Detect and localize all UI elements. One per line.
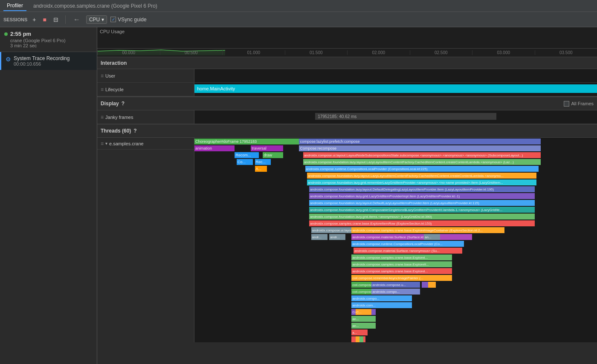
threads-header: Threads (60) ? — [97, 124, 597, 138]
interaction-label: Interaction — [101, 60, 127, 66]
threads-section: Threads (60) ? ≡ ▾ e.samples.crane — [97, 124, 597, 342]
an-right-block[interactable]: an... — [424, 234, 440, 240]
thread-hamburger-icon[interactable]: ≡ — [101, 141, 104, 147]
lifecycle-content: home.MainActivity — [194, 83, 597, 96]
compose-2-block[interactable]: androidx.compo... — [371, 289, 420, 295]
default-delegating-block[interactable]: androidx.compose.foundation.lazy.layout.… — [309, 186, 535, 192]
display-section: Display ? All Frames ≡ Janky frames — [97, 97, 597, 124]
choreographer-block[interactable]: Choreographer#doFrame 17952183 — [194, 139, 299, 144]
interaction-header: Interaction — [97, 57, 597, 69]
explorel-2-block[interactable]: androidx.compose.samples.crane.base.Expl… — [351, 268, 452, 274]
an-green-2-block[interactable]: an... — [351, 323, 376, 329]
surface-block[interactable]: androidx.compose.material.Surface (Surfa… — [351, 234, 472, 240]
orange-small-block[interactable] — [428, 282, 436, 288]
composition-local-block[interactable]: androidx.compose.runtime.CompositionLoca… — [305, 166, 539, 172]
vsync-label-text: VSync guide — [118, 17, 146, 23]
compose-u-block[interactable]: androidx.compose.u... — [371, 282, 420, 288]
surface-anonymous-block[interactable]: androidx.compose.material.Surface.<anony… — [354, 248, 462, 254]
janky-frames-content: 17952185: 40.62 ms — [194, 110, 597, 124]
lazy-grid-item-impl-block[interactable]: androidx.compose.foundation.lazy.grid.La… — [309, 193, 535, 199]
expand-arrow[interactable]: ▾ — [105, 141, 107, 146]
recording-duration: 00:00:10.656 — [14, 61, 70, 66]
explore-it-block[interactable]: androidx.compose.samples.crane.base.Expl… — [351, 261, 452, 267]
split-button[interactable]: ⊟ — [52, 15, 60, 24]
dropdown-arrow: ▾ — [101, 17, 104, 23]
items-anonymous-block[interactable]: androidx.compose.foundation.lazy.grid.it… — [309, 214, 535, 220]
threads-label: Threads (60) — [101, 128, 131, 134]
user-row: ≡ User — [97, 69, 597, 83]
tick-2: 01.000 — [222, 50, 285, 55]
co-block[interactable]: Co... — [237, 159, 253, 165]
recom-block[interactable]: Recom... — [235, 152, 259, 158]
vsync-toggle[interactable]: VSync guide — [110, 17, 146, 23]
sections-area[interactable]: Interaction ≡ User ≡ Lifecycle — [97, 57, 597, 364]
cpu-selector[interactable]: CPU ▾ — [86, 15, 107, 24]
back-button[interactable]: ← — [71, 15, 83, 24]
remember-lazy-grid-block[interactable]: androidx.compose.foundation.lazy.grid.re… — [307, 179, 536, 185]
small-bar-1[interactable] — [351, 336, 355, 342]
profiler-tab[interactable]: Profiler — [3, 1, 26, 11]
toolbar: SESSIONS + ■ ⊟ ← CPU ▾ VSync guide — [0, 12, 597, 27]
main-activity-bar: home.MainActivity — [194, 84, 597, 93]
stop-button[interactable]: ■ — [41, 15, 48, 24]
layout-node-block[interactable]: androidx.compose.ui.layout.LayoutNodeSub… — [303, 152, 541, 158]
composition-local2-block[interactable]: androidx.compose.runtime.CompositionLoca… — [351, 241, 464, 247]
cached-item-block[interactable]: androidx.compose.foundation.lazy.layout.… — [303, 159, 541, 165]
remember-async-image-block[interactable]: coil.compose.rememberAsyncImagePainter (… — [351, 275, 452, 281]
sessions-label: SESSIONS — [3, 17, 27, 22]
hamburger-icon-3[interactable]: ≡ — [101, 114, 104, 120]
lifecycle-label: ≡ Lifecycle — [97, 83, 194, 96]
session-time: 2:55 pm — [4, 31, 93, 37]
timeline-ruler: 00.000 00.500 01.000 01.500 02.000 02.50… — [97, 48, 597, 57]
user-content — [194, 69, 597, 82]
animation-block[interactable]: animation — [194, 145, 235, 151]
c-orange-block[interactable]: C... — [356, 309, 372, 315]
create-content-block[interactable]: androidx.compose.foundation.lazy.layout.… — [307, 173, 536, 179]
hamburger-icon-2[interactable]: ≡ — [101, 87, 104, 92]
explorel-1-block[interactable]: androidx.compose.samples.crane.base.Expl… — [351, 254, 452, 260]
vsync-checkbox[interactable] — [110, 17, 116, 22]
recompose-block[interactable]: Compose:recompose — [299, 145, 540, 151]
add-session-button[interactable]: + — [31, 15, 38, 24]
cpu-usage-label: CPU Usage — [100, 29, 125, 34]
janky-frames-label: ≡ Janky frames — [97, 110, 194, 124]
janky-bar: 17952185: 40.62 ms — [315, 113, 496, 120]
display-header: Display ? All Frames — [97, 97, 597, 110]
separator — [65, 15, 66, 24]
small-bar-3[interactable] — [359, 336, 363, 342]
tick-6: 03.000 — [472, 50, 535, 55]
traversal-block[interactable]: traversal — [251, 145, 283, 151]
app-title: androidx.compose.samples.crane (Google P… — [33, 3, 157, 9]
default-lazy-items-block[interactable]: androidx.compose.foundation.lazy.layout.… — [309, 200, 535, 206]
recording-item[interactable]: ⚙ System Trace Recording 00:00:10.656 — [0, 52, 97, 70]
hamburger-icon[interactable]: ≡ — [101, 73, 104, 79]
thread-label-item[interactable]: ≡ ▾ e.samples.crane — [97, 138, 194, 150]
thread-labels: ≡ ▾ e.samples.crane — [97, 138, 194, 342]
explore-image-container-block[interactable]: androidx.compose.samples.crane.base.Expl… — [351, 227, 504, 233]
explore-item-row-block[interactable]: androidx.compose.samples.crane.base.Expl… — [309, 220, 535, 226]
small-bar-4[interactable] — [363, 336, 365, 342]
threads-help-icon[interactable]: ? — [133, 128, 136, 134]
tick-1: 00.500 — [160, 50, 223, 55]
rec-block[interactable]: Rec... — [255, 159, 271, 165]
tick-7: 03.500 — [535, 50, 597, 55]
tick-4: 02.000 — [347, 50, 410, 55]
display-help-icon[interactable]: ? — [122, 101, 125, 107]
draw-block[interactable]: draw — [263, 152, 283, 158]
cpu-label: CPU — [89, 17, 100, 23]
tick-5: 02.500 — [410, 50, 472, 55]
display-label: Display — [101, 101, 119, 107]
andr-block-2[interactable]: andr... — [329, 234, 345, 240]
a-red-block[interactable]: a... — [351, 329, 368, 335]
lazylist-block[interactable]: compose:lazylist:prefetch:compose — [299, 139, 540, 144]
interaction-section: Interaction ≡ User ≡ Lifecycle — [97, 57, 597, 97]
composable-singletons-block[interactable]: androidx.compose.foundation.lazy.grid.Co… — [309, 207, 535, 213]
small-bar-2[interactable] — [356, 336, 359, 342]
compose-3-block[interactable]: androidx.compo... — [351, 295, 412, 301]
all-frames-checkbox[interactable] — [564, 101, 569, 107]
compose-4-block[interactable]: androidx.com... — [351, 302, 412, 308]
an-green-1-block[interactable]: an... — [351, 316, 376, 322]
a-orange-block[interactable]: A... — [255, 166, 267, 172]
lifecycle-row: ≡ Lifecycle home.MainActivity — [97, 83, 597, 96]
andr-block-1[interactable]: andr... — [311, 234, 327, 240]
